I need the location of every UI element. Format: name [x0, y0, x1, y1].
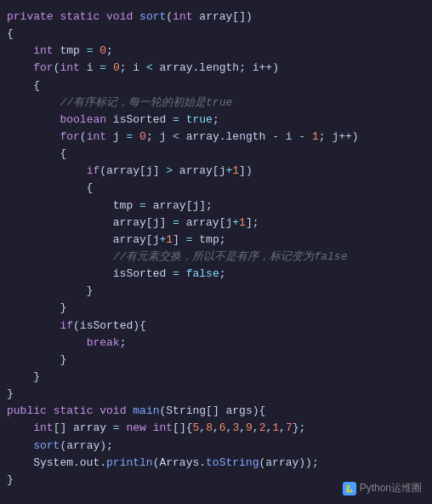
- code-line-21: }: [7, 352, 425, 369]
- code-line-18: }: [7, 300, 425, 317]
- code-line-22: }: [7, 369, 425, 386]
- code-line-7: boolean isSorted = true;: [7, 112, 425, 129]
- code-line-5: {: [7, 77, 425, 94]
- code-line-9: {: [7, 146, 425, 163]
- code-line-16: isSorted = false;: [7, 266, 425, 283]
- code-line-19: if(isSorted){: [7, 318, 425, 335]
- watermark-icon: 🐍: [343, 482, 356, 495]
- watermark: 🐍 Python运维圈: [343, 481, 422, 495]
- code-line-23: }: [7, 386, 425, 403]
- code-line-17: }: [7, 283, 425, 300]
- code-line-14: array[j+1] = tmp;: [7, 232, 425, 249]
- code-line-10: if(array[j] > array[j+1]): [7, 163, 425, 180]
- code-line-3: int tmp = 0;: [7, 43, 425, 60]
- code-line-8: for(int j = 0; j < array.length - i - 1;…: [7, 129, 425, 146]
- code-line-15: //有元素交换，所以不是有序，标记变为false: [7, 249, 425, 266]
- code-line-2: {: [7, 26, 425, 43]
- code-line-1: private static void sort(int array[]): [7, 9, 425, 26]
- code-line-6: //有序标记，每一轮的初始是true: [7, 94, 425, 112]
- code-line-27: System.out.println(Arrays.toString(array…: [7, 455, 425, 472]
- code-line-13: array[j] = array[j+1];: [7, 215, 425, 232]
- watermark-label: Python运维圈: [360, 481, 422, 495]
- code-line-11: {: [7, 180, 425, 197]
- code-line-4: for(int i = 0; i < array.length; i++): [7, 60, 425, 77]
- code-line-20: break;: [7, 335, 425, 352]
- code-line-26: sort(array);: [7, 438, 425, 455]
- code-line-25: int[] array = new int[]{5,8,6,3,9,2,1,7}…: [7, 420, 425, 437]
- code-line-24: public static void main(String[] args){: [7, 403, 425, 420]
- code-line-12: tmp = array[j];: [7, 198, 425, 215]
- code-editor: private static void sort(int array[]) { …: [0, 0, 432, 504]
